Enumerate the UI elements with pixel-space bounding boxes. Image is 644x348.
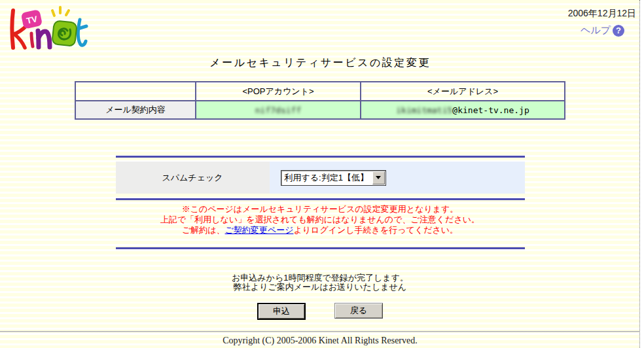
mail-contract-table: <POPアカウント> <メールアドレス> メール契約内容 nif7dsiff i…: [75, 81, 565, 120]
help-link[interactable]: ヘルプ ?: [568, 24, 624, 37]
info-line-1: お申込みから1時間程度で登録が完了します。: [0, 273, 640, 283]
top-divider: [116, 156, 525, 158]
email-domain-text: @kinet-tv.ne.jp: [452, 105, 529, 115]
contract-change-page-link[interactable]: ご契約変更ページ: [225, 225, 294, 235]
contract-row-label: メール契約内容: [75, 101, 196, 119]
page-title: メールセキュリティサービスの設定変更: [0, 56, 640, 70]
pop-account-value: nif7dsiff: [196, 101, 361, 119]
footer-divider: [0, 331, 640, 332]
submit-button[interactable]: 申込: [257, 303, 306, 320]
question-circle-icon[interactable]: ?: [613, 25, 624, 37]
mail-address-value: ikimitmati5@kinet-tv.ne.jp: [361, 101, 565, 119]
header: TV 2006年12月12日 ヘルプ ?: [0, 0, 640, 56]
chevron-down-icon: [376, 176, 381, 179]
warning-text: ※このページはメールセキュリティサービスの設定変更用となります。 上記で「利用し…: [116, 204, 525, 235]
settings-section: スパムチェック 利用する:判定1【低】 ※このページはメールセキュリティサービス…: [116, 156, 525, 249]
warning-line-1: ※このページはメールセキュリティサービスの設定変更用となります。: [116, 204, 525, 215]
table-row: メール契約内容 nif7dsiff ikimitmati5@kinet-tv.n…: [75, 101, 565, 119]
pop-account-header: <POPアカウント>: [196, 82, 361, 101]
bottom-divider: [116, 247, 525, 249]
current-date: 2006年12月12日: [568, 8, 636, 20]
spam-check-row: スパムチェック 利用する:判定1【低】: [116, 162, 525, 194]
info-line-2: 弊社よりご案内メールはお送りいたしません: [0, 283, 640, 292]
tv-badge: TV: [21, 9, 43, 29]
help-link-label[interactable]: ヘルプ: [581, 24, 611, 37]
middle-divider: [116, 198, 525, 200]
header-right: 2006年12月12日 ヘルプ ?: [568, 8, 636, 37]
dropdown-button[interactable]: [372, 171, 385, 184]
table-header-row: <POPアカウント> <メールアドレス>: [75, 82, 565, 101]
empty-header-cell: [75, 82, 196, 101]
mail-address-header: <メールアドレス>: [361, 82, 565, 101]
action-buttons: 申込 戻る: [0, 303, 640, 320]
warning-line-2: 上記で「利用しない」を選択されても解約にはなりませんので、ご注意ください。: [116, 215, 525, 225]
kinet-logo-art: TV: [4, 1, 89, 54]
registration-info: お申込みから1時間程度で登録が完了します。 弊社よりご案内メールはお送りいたしま…: [0, 273, 640, 292]
kinet-logo: TV: [4, 1, 89, 56]
warning-line-3-after: よりログインし手続きを行ってください。: [293, 225, 458, 235]
warning-line-3: ご解約は、ご契約変更ページよりログインし手続きを行ってください。: [116, 225, 525, 235]
spam-check-value-cell: 利用する:判定1【低】: [270, 162, 525, 194]
back-button[interactable]: 戻る: [334, 303, 383, 319]
page: TV 2006年12月12日 ヘルプ ? メールセキュリティサービスの設定変更 …: [0, 0, 640, 348]
warning-line-3-before: ご解約は、: [182, 225, 225, 235]
copyright-text: Copyright (C) 2005-2006 Kinet All Rights…: [0, 336, 640, 346]
email-redacted-prefix: ikimitmati5: [396, 105, 452, 115]
pop-account-redacted-text: nif7dsiff: [255, 105, 301, 115]
frame-edge: [639, 0, 644, 348]
spam-check-selected-option[interactable]: 利用する:判定1【低】: [281, 172, 372, 184]
spam-check-label: スパムチェック: [116, 162, 270, 194]
spam-check-select[interactable]: 利用する:判定1【低】: [281, 170, 386, 186]
